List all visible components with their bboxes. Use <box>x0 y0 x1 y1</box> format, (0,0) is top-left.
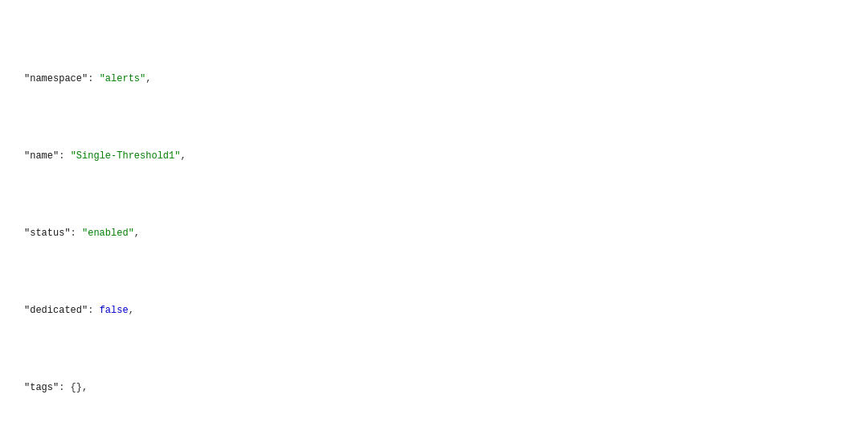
line-dedicated: "dedicated": false, <box>13 303 855 318</box>
tags-text: "tags": {}, <box>24 380 88 396</box>
code-block: "namespace": "alerts", "name": "Single-T… <box>0 6 868 423</box>
line-status: "status": "enabled", <box>13 226 855 241</box>
dedicated-text: "dedicated": false, <box>24 303 134 318</box>
line-tags: "tags": {}, <box>13 380 855 396</box>
status-text: "status": "enabled", <box>24 226 140 241</box>
line-name: "name": "Single-Threshold1", <box>13 149 855 164</box>
namespace-text: "namespace": "alerts", <box>24 72 151 87</box>
line-namespace: "namespace": "alerts", <box>13 72 855 87</box>
name-text: "name": "Single-Threshold1", <box>24 149 186 164</box>
